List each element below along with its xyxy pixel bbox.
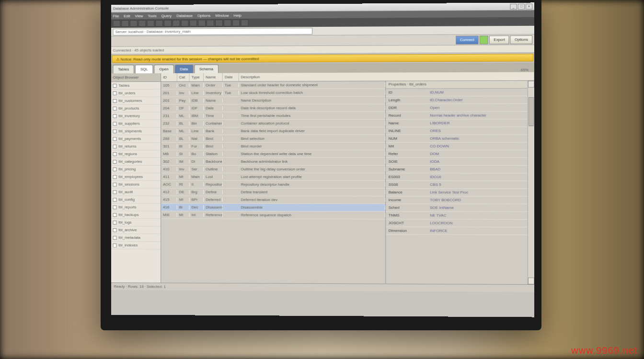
notification-bar[interactable]: ⚠ Notice: Read-only mode enabled for thi… (112, 54, 534, 63)
scroll-down-icon[interactable] (528, 278, 534, 284)
table-row[interactable]: 232BLBinContainerContainer allocation pr… (161, 120, 385, 128)
minimize-button[interactable]: _ (510, 3, 517, 9)
table-row[interactable]: BaseMLLineBankBank data field import dup… (161, 127, 385, 135)
run-icon[interactable] (181, 20, 189, 26)
menu-tools[interactable]: Tools (148, 13, 156, 18)
zoom-icon[interactable] (232, 20, 240, 26)
property-row[interactable]: DimensionINFORCE (386, 227, 528, 235)
checkbox-icon[interactable] (113, 243, 117, 247)
scroll-up-icon[interactable] (528, 81, 534, 88)
checkbox-icon[interactable] (113, 182, 117, 186)
sidebar-item[interactable]: tbl_products (111, 105, 161, 112)
property-row[interactable]: SS08CBS 5 (386, 181, 528, 189)
scroll-thumb[interactable] (529, 97, 534, 126)
table-row[interactable]: 416BlDecDisassembleDisassemble (161, 203, 385, 212)
redo-icon[interactable] (172, 20, 180, 27)
sidebar-item[interactable]: tbl_employees (111, 173, 161, 181)
property-row[interactable]: DDROpen (386, 104, 528, 112)
stop-icon[interactable] (189, 20, 197, 26)
filter-icon[interactable] (207, 20, 214, 26)
connect-button[interactable]: Connect (456, 35, 479, 44)
sidebar-item[interactable]: tbl_suppliers (111, 120, 161, 127)
checkbox-icon[interactable] (113, 99, 117, 102)
menu-view[interactable]: View (135, 13, 143, 18)
menu-help[interactable]: Help (233, 13, 241, 17)
checkbox-icon[interactable] (113, 198, 117, 202)
sidebar-item[interactable]: tbl_backups (111, 211, 161, 219)
property-row[interactable]: RecordNormal header archive character (386, 112, 528, 120)
col-desc[interactable]: Description (239, 72, 535, 81)
property-row[interactable]: SubnameBBAD (386, 166, 528, 173)
sidebar-item[interactable]: tbl_sessions (111, 181, 161, 189)
property-row[interactable]: LengthID,Character,Order (386, 96, 528, 104)
vertical-scrollbar[interactable] (528, 81, 534, 284)
col-name[interactable]: Name (204, 73, 223, 81)
sidebar-item[interactable]: tbl_shipments (111, 127, 161, 135)
table-row[interactable]: 203PayIDBNameName Description (161, 97, 385, 105)
menu-file[interactable]: File (113, 14, 119, 18)
refresh-icon[interactable] (198, 20, 206, 26)
table-row[interactable]: 231MLIBMTimeTime first perishable module… (161, 112, 385, 120)
checkbox-icon[interactable] (113, 137, 117, 141)
table-row[interactable]: 411MtMainLostLost attempt registration s… (161, 173, 385, 181)
sidebar-item[interactable]: tbl_logs (111, 219, 161, 226)
sidebar-item[interactable]: Tables (111, 82, 161, 90)
sidebar-item[interactable]: tbl_audit (111, 189, 161, 196)
checkbox-icon[interactable] (113, 221, 117, 224)
menu-query[interactable]: Query (161, 13, 172, 18)
sidebar-item[interactable]: tbl_customers (111, 97, 161, 105)
new-icon[interactable] (113, 20, 121, 27)
sidebar-item[interactable]: tbl_metadata (111, 234, 161, 242)
tab-schema[interactable]: Schema (194, 65, 218, 73)
table-row[interactable]: 201InvLineInventoryTueLow stock threshol… (161, 89, 385, 97)
maximize-button[interactable]: □ (518, 3, 525, 9)
menu-options[interactable]: Options (197, 13, 210, 18)
sidebar-item[interactable]: tbl_archive (111, 226, 161, 234)
export-button[interactable]: Export (489, 35, 509, 44)
checkbox-icon[interactable] (113, 145, 117, 148)
tab-tables[interactable]: Tables (113, 65, 134, 73)
options-button[interactable]: Options (510, 35, 532, 44)
checkbox-icon[interactable] (113, 91, 117, 95)
col-type[interactable]: Type (189, 73, 204, 81)
checkbox-icon[interactable] (113, 167, 117, 171)
checkbox-icon[interactable] (113, 106, 117, 110)
property-row[interactable]: BalanceLink Service Test Proc (386, 189, 528, 196)
property-row[interactable]: ReferDOM (386, 150, 528, 158)
checkbox-icon[interactable] (113, 122, 117, 125)
sort-icon[interactable] (215, 20, 223, 26)
connection-address[interactable]: Server: localhost · Database: inventory_… (113, 28, 312, 35)
table-row[interactable]: 415MIBPrDeferredDeferred iteration dev (161, 196, 385, 204)
col-id[interactable]: ID (161, 73, 177, 81)
checkbox-icon[interactable] (113, 213, 117, 217)
sidebar-item[interactable]: tbl_regions (111, 150, 161, 158)
menu-database[interactable]: Database (176, 13, 193, 18)
undo-icon[interactable] (164, 20, 172, 27)
save-icon[interactable] (130, 20, 138, 27)
print-icon[interactable] (224, 20, 231, 26)
property-row[interactable]: SOIEIODA (386, 158, 528, 166)
property-row[interactable]: TNMSNE TVAC (386, 212, 528, 220)
tab-data[interactable]: Data (175, 65, 193, 73)
table-row[interactable]: 288BLNatBindBind selection (161, 135, 385, 143)
table-row[interactable]: 301BlForBindBind reorder (161, 143, 385, 150)
table-row[interactable]: 204DFIDFDateDate link description record… (161, 104, 385, 112)
sidebar-item[interactable]: tbl_indexes (111, 242, 161, 249)
col-date[interactable]: Date (223, 73, 239, 81)
table-row[interactable]: MBStBoStationStation the dependent write… (161, 150, 385, 158)
sidebar-item[interactable]: tbl_returns (111, 143, 161, 150)
checkbox-icon[interactable] (113, 160, 117, 164)
table-row[interactable]: 412DEBrgDefineDefine transient (161, 189, 385, 197)
sidebar-item[interactable]: tbl_orders (111, 90, 161, 97)
tab-open[interactable]: Open (154, 65, 173, 73)
help-icon[interactable] (241, 20, 249, 26)
cut-icon[interactable] (138, 20, 146, 27)
sidebar-item[interactable]: tbl_payments (111, 135, 161, 143)
menu-edit[interactable]: Edit (124, 14, 130, 18)
checkbox-icon[interactable] (113, 236, 117, 239)
open-icon[interactable] (121, 20, 129, 27)
property-row[interactable]: NameLIBORDER (386, 119, 528, 127)
table-row[interactable]: AOCRtIIRepositoryRepository descriptor h… (161, 181, 385, 189)
sidebar-item[interactable]: tbl_reports (111, 203, 161, 211)
paste-icon[interactable] (155, 20, 163, 27)
